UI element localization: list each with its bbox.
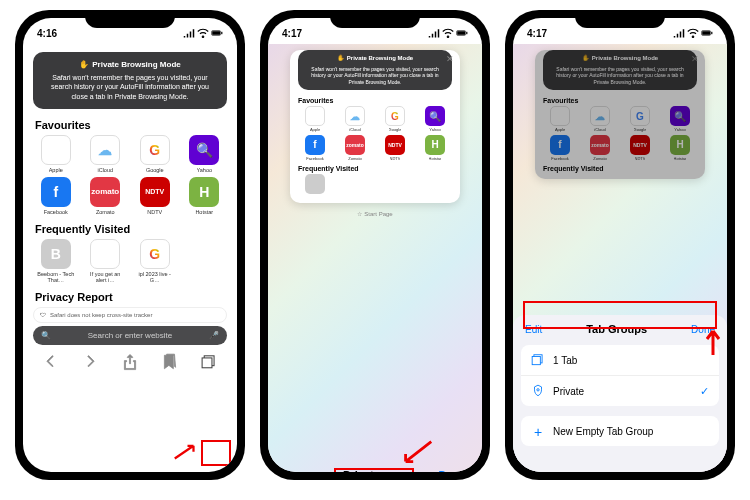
- svg-rect-12: [532, 357, 540, 365]
- highlight-box: [201, 440, 231, 466]
- row-private[interactable]: Private ✓: [521, 376, 719, 406]
- svg-rect-7: [466, 32, 467, 34]
- row-new-group[interactable]: + New Empty Tab Group: [521, 416, 719, 446]
- banner-title: ✋ Private Browsing Mode: [43, 60, 217, 70]
- facebook-icon: f: [41, 177, 71, 207]
- phone-1: 4:16 ✋ Private Browsing Mode Safari won'…: [15, 10, 245, 480]
- status-time: 4:16: [37, 28, 57, 39]
- signal-icon: [428, 28, 440, 38]
- tab-group-list: 1 Tab Private ✓: [521, 345, 719, 406]
- phone-2: 4:17 ✕ ✋Private Browsing Mode Safari won…: [260, 10, 490, 480]
- chevron-down-icon: ⌄: [382, 471, 389, 473]
- plus-icon: +: [531, 424, 545, 438]
- privacy-card[interactable]: 🛡 Safari does not keep cross-site tracke…: [33, 307, 227, 323]
- tabs-icon[interactable]: [200, 353, 218, 371]
- status-indicators: [673, 28, 713, 38]
- row-1-tab[interactable]: 1 Tab: [521, 345, 719, 376]
- status-time: 4:17: [282, 28, 302, 39]
- search-icon: 🔍: [41, 331, 51, 340]
- bookmarks-icon[interactable]: [161, 353, 179, 371]
- signal-icon: [673, 28, 685, 38]
- facebook-icon: f: [305, 135, 325, 155]
- notch: [85, 10, 175, 28]
- check-icon: ✓: [700, 385, 709, 398]
- svg-rect-1: [212, 31, 220, 35]
- back-icon[interactable]: [42, 353, 60, 371]
- svg-rect-6: [457, 31, 465, 35]
- google-icon: G: [385, 106, 405, 126]
- start-page-label: ☆Start Page: [268, 207, 482, 220]
- screen-3: ✕ ✋Private Browsing ModeSafari won't rem…: [513, 44, 727, 472]
- sheet-title: Tab Groups: [586, 323, 647, 335]
- star-icon: ☆: [357, 210, 362, 217]
- fav-hotstar[interactable]: HHotstar: [182, 177, 228, 215]
- status-indicators: [183, 28, 223, 38]
- fav-zomato[interactable]: zomatoZomato: [83, 177, 129, 215]
- private-icon: [531, 384, 545, 398]
- svg-rect-9: [702, 31, 710, 35]
- zomato-icon: zomato: [90, 177, 120, 207]
- done-button[interactable]: Done: [438, 469, 466, 472]
- freq-apple-alert[interactable]: If you get an alert i…: [83, 239, 129, 283]
- fav-yahoo[interactable]: 🔍Yahoo: [182, 135, 228, 173]
- freq-ipl[interactable]: Gipl 2023 live - G…: [132, 239, 178, 283]
- status-indicators: [428, 28, 468, 38]
- forward-icon[interactable]: [81, 353, 99, 371]
- wifi-icon: [197, 28, 209, 38]
- svg-rect-2: [221, 32, 222, 34]
- fav-facebook[interactable]: fFacebook: [33, 177, 79, 215]
- fav-ndtv[interactable]: NDTVNDTV: [132, 177, 178, 215]
- mini-fav-header: Favourites: [290, 96, 460, 105]
- google-icon: G: [140, 135, 170, 165]
- fav-google[interactable]: GGoogle: [132, 135, 178, 173]
- cloud-icon: ☁: [90, 135, 120, 165]
- sheet-header: Edit Tab Groups Done: [513, 315, 727, 343]
- favourites-grid: Apple ☁iCloud GGoogle 🔍Yahoo fFacebook z…: [23, 133, 237, 221]
- status-time: 4:17: [527, 28, 547, 39]
- fav-apple[interactable]: Apple: [33, 135, 79, 173]
- tab-groups-sheet: Edit Tab Groups Done 1 Tab Private ✓: [513, 315, 727, 472]
- tabs-count-icon: [531, 353, 545, 367]
- close-tab-icon: ✕: [691, 54, 699, 64]
- phone-inner: 4:17 ✕ ✋Private Browsing ModeSafari won'…: [513, 18, 727, 472]
- battery-icon: [211, 28, 223, 38]
- hand-icon: ✋: [337, 55, 344, 63]
- row-label: 1 Tab: [553, 355, 577, 366]
- tab-group-button[interactable]: Private⌄: [343, 469, 389, 472]
- new-tab-button[interactable]: +: [284, 466, 293, 472]
- close-tab-icon[interactable]: ✕: [446, 54, 454, 64]
- apple-icon: [90, 239, 120, 269]
- highlight-arrow: [171, 438, 201, 464]
- tab-thumbnail-dimmed: ✕ ✋Private Browsing ModeSafari won't rem…: [535, 50, 705, 179]
- done-button[interactable]: Done: [691, 324, 715, 335]
- svg-rect-4: [202, 358, 212, 368]
- notch: [575, 10, 665, 28]
- share-icon[interactable]: [121, 353, 139, 371]
- yahoo-icon: 🔍: [189, 135, 219, 165]
- edit-button[interactable]: Edit: [525, 324, 542, 335]
- svg-rect-10: [711, 32, 712, 34]
- frequent-header: Frequently Visited: [23, 221, 237, 237]
- hotstar-icon: H: [425, 135, 445, 155]
- search-bar[interactable]: 🔍 Search or enter website 🎤: [33, 326, 227, 345]
- row-label: New Empty Tab Group: [553, 426, 653, 437]
- notch: [330, 10, 420, 28]
- phone-inner: 4:17 ✕ ✋Private Browsing Mode Safari won…: [268, 18, 482, 472]
- search-placeholder: Search or enter website: [56, 331, 204, 340]
- mini-freq-grid: [290, 173, 460, 197]
- fav-icloud[interactable]: ☁iCloud: [83, 135, 129, 173]
- battery-icon: [701, 28, 713, 38]
- screen-1: ✋ Private Browsing Mode Safari won't rem…: [23, 44, 237, 472]
- wifi-icon: [687, 28, 699, 38]
- apple-icon: [305, 106, 325, 126]
- tab-thumbnail[interactable]: ✕ ✋Private Browsing Mode Safari won't re…: [290, 50, 460, 203]
- favourites-header: Favourites: [23, 117, 237, 133]
- mini-banner-title: ✋Private Browsing Mode: [304, 55, 446, 63]
- mic-icon: 🎤: [209, 331, 219, 340]
- yahoo-icon: 🔍: [425, 106, 445, 126]
- dimmed-background: ✕ ✋Private Browsing ModeSafari won't rem…: [513, 50, 727, 179]
- battery-icon: [456, 28, 468, 38]
- hand-icon: ✋: [79, 60, 89, 70]
- hotstar-icon: H: [189, 177, 219, 207]
- freq-beebom[interactable]: BBeebom - Tech That…: [33, 239, 79, 283]
